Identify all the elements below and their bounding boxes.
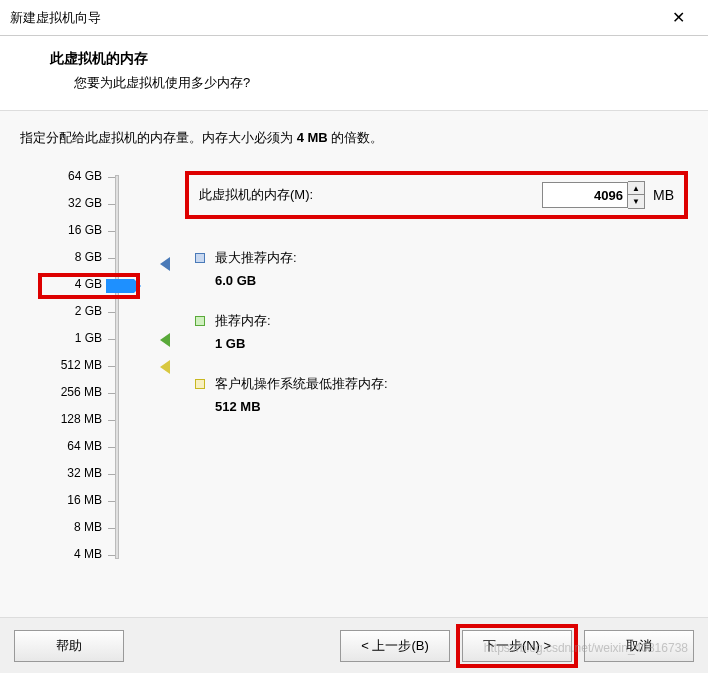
instruction-text: 指定分配给此虚拟机的内存量。内存大小必须为 4 MB 的倍数。 bbox=[20, 129, 688, 147]
rec-title: 最大推荐内存: bbox=[215, 249, 688, 267]
slider-label: 128 MB bbox=[61, 412, 102, 426]
slider-label: 32 MB bbox=[67, 466, 102, 480]
rec-yellow-icon bbox=[195, 379, 205, 389]
slider-thumb[interactable] bbox=[106, 279, 134, 293]
memory-label: 此虚拟机的内存(M): bbox=[199, 186, 542, 204]
spin-up-icon[interactable]: ▲ bbox=[628, 182, 644, 195]
page-subtitle: 您要为此虚拟机使用多少内存? bbox=[74, 74, 688, 92]
wizard-header: 此虚拟机的内存 您要为此虚拟机使用多少内存? bbox=[0, 36, 708, 110]
slider-label: 64 GB bbox=[68, 169, 102, 183]
slider-label: 8 MB bbox=[74, 520, 102, 534]
recommendation-item: 最大推荐内存:6.0 GB bbox=[185, 249, 688, 288]
rec-value: 6.0 GB bbox=[215, 273, 688, 288]
back-button[interactable]: < 上一步(B) bbox=[340, 630, 450, 662]
slider-label: 64 MB bbox=[67, 439, 102, 453]
memory-input[interactable] bbox=[542, 182, 628, 208]
slider-label: 256 MB bbox=[61, 385, 102, 399]
rec-value: 512 MB bbox=[215, 399, 688, 414]
recommendation-item: 推荐内存:1 GB bbox=[185, 312, 688, 351]
memory-input-row: 此虚拟机的内存(M): ▲ ▼ MB bbox=[185, 171, 688, 219]
slider-label: 32 GB bbox=[68, 196, 102, 210]
help-button[interactable]: 帮助 bbox=[14, 630, 124, 662]
slider-label: 2 GB bbox=[75, 304, 102, 318]
wizard-body: 指定分配给此虚拟机的内存量。内存大小必须为 4 MB 的倍数。 64 GB32 … bbox=[0, 111, 708, 621]
window-title: 新建虚拟机向导 bbox=[10, 9, 658, 27]
titlebar: 新建虚拟机向导 ✕ bbox=[0, 0, 708, 36]
slider-label: 4 MB bbox=[74, 547, 102, 561]
instruction-prefix: 指定分配给此虚拟机的内存量。内存大小必须为 bbox=[20, 130, 297, 145]
rec-value: 1 GB bbox=[215, 336, 688, 351]
close-button[interactable]: ✕ bbox=[658, 3, 698, 33]
slider-label: 16 GB bbox=[68, 223, 102, 237]
cancel-button[interactable]: 取消 bbox=[584, 630, 694, 662]
slider-label: 512 MB bbox=[61, 358, 102, 372]
wizard-footer: 帮助 < 上一步(B) 下一步(N) > 取消 bbox=[0, 617, 708, 673]
spin-down-icon[interactable]: ▼ bbox=[628, 195, 644, 208]
page-title: 此虚拟机的内存 bbox=[50, 50, 688, 68]
instruction-bold: 4 MB bbox=[297, 130, 328, 145]
memory-spinner[interactable]: ▲ ▼ bbox=[628, 181, 645, 209]
marker-rec-icon bbox=[160, 333, 170, 347]
slider-label: 16 MB bbox=[67, 493, 102, 507]
slider-track[interactable] bbox=[115, 175, 119, 559]
highlight-next: 下一步(N) > bbox=[456, 624, 578, 668]
marker-min-icon bbox=[160, 360, 170, 374]
rec-blue-icon bbox=[195, 253, 205, 263]
memory-slider[interactable]: 64 GB32 GB16 GB8 GB4 GB2 GB1 GB512 MB256… bbox=[20, 171, 185, 571]
marker-max-icon bbox=[160, 257, 170, 271]
recommendation-item: 客户机操作系统最低推荐内存:512 MB bbox=[185, 375, 688, 414]
slider-label: 4 GB bbox=[75, 277, 102, 291]
next-button[interactable]: 下一步(N) > bbox=[462, 630, 572, 662]
memory-unit: MB bbox=[653, 187, 674, 203]
slider-label: 8 GB bbox=[75, 250, 102, 264]
rec-title: 推荐内存: bbox=[215, 312, 688, 330]
instruction-suffix: 的倍数。 bbox=[328, 130, 384, 145]
rec-title: 客户机操作系统最低推荐内存: bbox=[215, 375, 688, 393]
slider-label: 1 GB bbox=[75, 331, 102, 345]
rec-green-icon bbox=[195, 316, 205, 326]
